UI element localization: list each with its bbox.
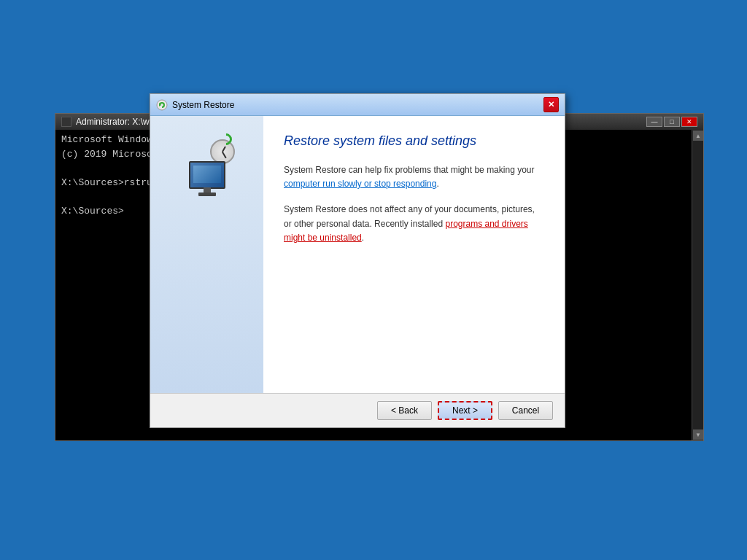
cmd-maximize-button[interactable]: □ [664,117,680,127]
cmd-minimize-button[interactable]: — [646,117,662,127]
monitor-stand [204,187,211,192]
back-button[interactable]: < Back [377,401,432,420]
dialog-footer: < Back Next > Cancel [150,393,565,427]
cancel-button[interactable]: Cancel [498,401,553,420]
dialog-paragraph-1: System Restore can help fix problems tha… [284,163,544,191]
cmd-close-button[interactable]: ✕ [681,117,697,127]
system-restore-title-icon [156,99,168,111]
cmd-scrollbar[interactable]: ▲ ▼ [692,130,703,440]
monitor-base [198,192,216,196]
dialog-titlebar: System Restore ✕ [150,94,565,116]
cmd-icon [61,117,71,127]
dialog-body: Restore system files and settings System… [150,116,565,393]
dialog-close-button[interactable]: ✕ [543,97,559,112]
dialog-left-panel [150,116,263,393]
para1-link: computer run slowly or stop responding [284,179,436,189]
svg-point-0 [157,100,167,110]
monitor-screen [193,166,221,183]
clock-minute-hand [222,152,226,158]
scrollbar-up-arrow[interactable]: ▲ [693,131,703,141]
cmd-controls: — □ ✕ [646,117,697,127]
dialog-right-panel: Restore system files and settings System… [263,116,565,393]
para2-link: programs and drivers might be uninstalle… [284,219,528,243]
dialog-title: System Restore [172,100,539,110]
next-button[interactable]: Next > [438,401,492,420]
restore-illustration [178,138,236,196]
system-restore-dialog: System Restore ✕ Restore syste [150,93,565,428]
dialog-paragraph-2: System Restore does not affect any of yo… [284,203,544,245]
scrollbar-down-arrow[interactable]: ▼ [693,429,703,440]
dialog-heading: Restore system files and settings [284,133,544,149]
monitor-body [189,161,225,189]
